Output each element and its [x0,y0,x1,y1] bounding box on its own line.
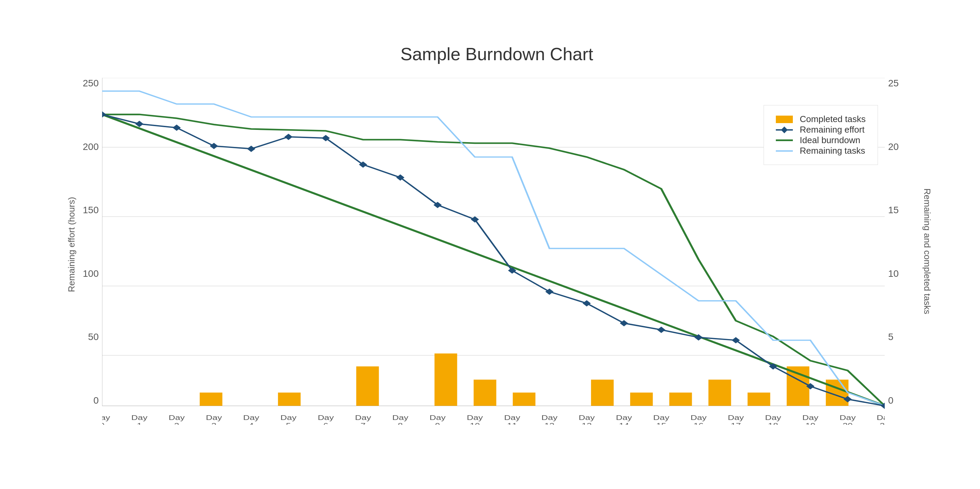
bar-day13 [513,392,536,406]
bar-day16 [630,392,653,406]
diamond-3 [210,143,218,149]
x-label-day15-num: 15 [656,422,666,425]
x-label-day8-num: 8 [398,422,403,425]
y-axis-left-label: Remaining effort (hours) [66,176,77,313]
y-tick-right-20: 20 [888,141,899,152]
y-tick-right-0: 0 [888,395,894,406]
chart-plot-area: Day 0 Day 1 Day 2 Day 3 Day 4 Day 5 Day … [102,78,885,425]
diamond-5 [285,133,293,140]
x-label-day12-num: 12 [544,422,555,425]
x-label-day14: Day [616,414,632,421]
x-label-day13: Day [579,414,595,421]
x-label-day14-num: 14 [619,422,629,425]
legend-diamond [781,127,788,133]
y-tick-100: 100 [83,268,99,279]
diamond-10 [471,216,479,223]
y-tick-right-5: 5 [888,332,894,343]
x-label-day18-num: 18 [768,422,778,425]
x-label-day17-num: 17 [731,422,741,425]
x-label-day3: Day [206,414,222,421]
legend-remaining-tasks-label: Remaining tasks [800,146,865,156]
x-label-day2-num: 2 [174,422,179,425]
x-label-day16-num: 16 [694,422,704,425]
x-label-day6: Day [318,414,334,421]
x-label-day7-num: 7 [360,422,366,425]
y-axis-right-label-container: Remaining and completed tasks [905,78,932,425]
bar-day11 [434,353,457,406]
y-tick-150: 150 [83,205,99,216]
x-label-day21: Day [877,414,885,421]
x-label-day20-num: 20 [843,422,853,425]
x-label-day6-num: 6 [323,422,328,425]
x-label-day5: Day [280,414,297,421]
bar-day3 [200,392,223,406]
y-tick-200: 200 [83,141,99,152]
legend-remaining-effort-label: Remaining effort [800,124,864,135]
x-label-day11-num: 11 [507,422,517,425]
y-axis-left-label-container: Remaining effort (hours) [61,78,82,425]
y-tick-right-25: 25 [888,78,899,89]
x-label-day4-num: 4 [249,422,254,425]
legend-ideal-burndown: Ideal burndown [776,135,865,146]
x-label-day21-num: 21 [880,422,885,425]
y-axis-right-ticks: 25 20 15 10 5 0 [885,78,905,425]
legend-completed-tasks-icon [776,116,793,123]
diamond-1 [135,121,143,127]
x-label-day13-num: 13 [582,422,592,425]
x-label-day3-num: 3 [211,422,216,425]
bar-day5 [278,392,301,406]
bar-day12 [474,379,496,406]
legend: Completed tasks Remaining effort Ideal b… [764,105,878,165]
legend-ideal-burndown-icon [776,140,793,141]
x-label-day18: Day [765,414,781,421]
x-label-day10-num: 10 [470,422,480,425]
x-label-day17: Day [728,414,744,421]
y-axis-left-ticks: 250 200 150 100 50 0 [82,78,102,425]
x-label-day9: Day [430,414,446,421]
bar-day19 [748,392,770,406]
x-label-day8: Day [392,414,409,421]
legend-ideal-burndown-label: Ideal burndown [800,135,860,146]
bar-day8 [356,366,379,406]
y-tick-250: 250 [83,78,99,89]
bar-day15 [591,379,614,406]
diamond-4 [247,146,255,152]
legend-remaining-effort: Remaining effort [776,124,865,135]
x-label-day15: Day [653,414,670,421]
x-label-day20: Day [840,414,856,421]
y-tick-right-15: 15 [888,205,899,216]
bar-day18 [708,379,731,406]
diamond-15 [657,327,665,333]
x-label-day19-num: 19 [805,422,816,425]
x-label-day16: Day [690,414,707,421]
legend-remaining-effort-icon [776,129,793,130]
x-label-day19: Day [802,414,819,421]
x-label-day1-num: 1 [137,422,142,425]
x-label-day10: Day [467,414,483,421]
bar-day20 [787,366,810,406]
x-label-day12: Day [541,414,558,421]
legend-completed-tasks: Completed tasks [776,114,865,124]
x-label-day9-num: 9 [435,422,440,425]
bar-day17 [669,392,692,406]
chart-container: Sample Burndown Chart Remaining effort (… [21,24,959,465]
x-label-day0: Day [102,414,110,421]
y-tick-right-10: 10 [888,268,899,279]
y-tick-50: 50 [88,332,99,343]
x-label-day7: Day [355,414,371,421]
x-label-day11: Day [504,414,520,421]
x-label-day2: Day [169,414,185,421]
legend-completed-tasks-label: Completed tasks [800,114,865,124]
legend-remaining-tasks: Remaining tasks [776,146,865,156]
x-label-day5-num: 5 [286,422,291,425]
y-tick-0: 0 [93,395,99,406]
legend-remaining-tasks-icon [776,150,793,152]
x-label-day0-num: 0 [102,422,105,425]
x-label-day1: Day [131,414,148,421]
diamond-2 [172,124,181,131]
y-axis-right-label: Remaining and completed tasks [922,170,932,333]
chart-title: Sample Burndown Chart [61,44,932,64]
x-label-day4: Day [243,414,259,421]
